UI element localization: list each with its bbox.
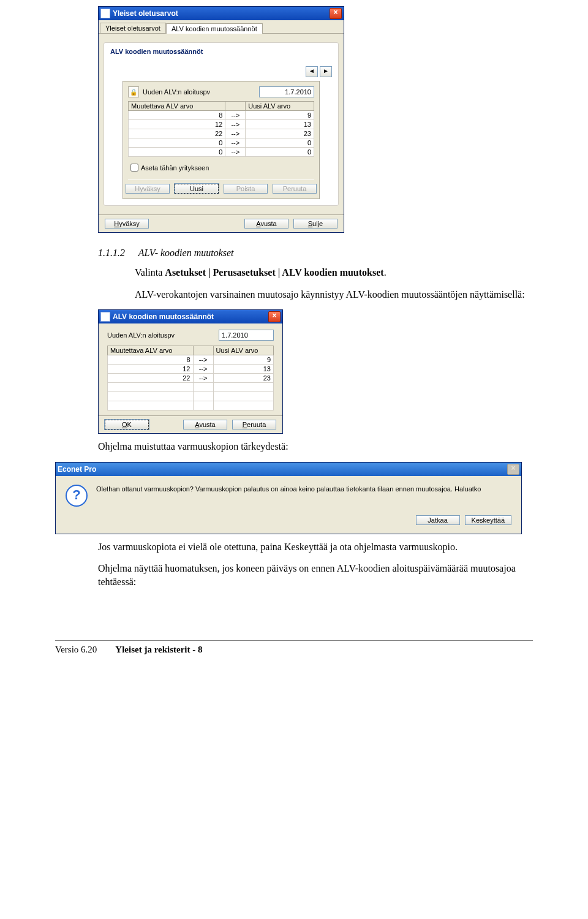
cancel-button[interactable]: Peruuta [232,420,276,429]
start-date-input[interactable] [219,330,274,341]
alv-table: Muutettava ALV arvo Uusi ALV arvo 8-->9 … [107,346,274,410]
page-footer: Versio 6.20 Yleiset ja rekisterit - 8 [55,640,533,655]
ok-button[interactable]: OK [105,420,149,429]
apply-to-company-label: Aseta tähän yritykseen [141,164,209,172]
footer-version: Versio 6.20 [55,645,97,655]
tab-alv-rules[interactable]: ALV koodien muutossäännöt [166,23,263,34]
window-title: Econet Pro [58,465,96,474]
delete-button[interactable]: Poista [224,184,268,194]
cancel-button[interactable]: Keskeyttää [465,515,511,525]
cancel-inner-button[interactable]: Peruuta [273,184,317,194]
body-line-5: Ohjelma näyttää huomatuksen, jos koneen … [98,562,533,588]
col-new: Uusi ALV arvo [213,346,274,355]
record-pager: ◄ ► [110,66,332,77]
start-date-label: Uuden ALV:n aloituspv [143,88,210,96]
alv-table: Muutettava ALV arvo Uusi ALV arvo 8-->9 … [128,101,314,157]
close-icon[interactable]: × [268,311,281,322]
close-icon[interactable]: × [330,8,342,19]
titlebar[interactable]: ALV koodien muutossäännöt × [99,310,282,323]
body-line-3: Ohjelma muistuttaa varmuuskopion tärkeyd… [98,440,533,453]
pager-prev-icon[interactable]: ◄ [306,66,318,77]
section-heading: 1.1.1.2 ALV- koodien muutokset [98,248,533,259]
table-row [108,383,274,392]
lock-icon: 🔒 [128,86,139,97]
message-text: Olethan ottanut varmuuskopion? Varmuusko… [96,485,481,494]
group-title: ALV koodien muutossäännöt [110,48,332,55]
dialog-footer: Hyväksy Avusta Sulje [99,214,344,232]
titlebar[interactable]: Yleiset oletusarvot × [99,7,344,20]
footer-page: Yleiset ja rekisterit - 8 [115,645,202,655]
defaults-dialog: Yleiset oletusarvot × Yleiset oletusarvo… [98,6,344,233]
titlebar[interactable]: Econet Pro × [56,463,521,476]
accept-inner-button[interactable]: Hyväksy [126,184,170,194]
close-icon: × [507,464,519,475]
start-date-input[interactable] [259,86,314,97]
body-line-1: Valinta Asetukset | Perusasetukset | ALV… [135,266,533,279]
tabs: Yleiset oletusarvot ALV koodien muutossä… [99,20,344,34]
col-old: Muutettava ALV arvo [129,102,225,111]
body-line-4: Jos varmuuskopiota ei vielä ole otettuna… [98,540,533,554]
table-row: 22-->23 [108,374,274,383]
new-button[interactable]: Uusi [175,184,219,194]
table-row: 0-->0 [129,148,314,157]
table-row: 12-->13 [108,365,274,374]
table-row [108,401,274,410]
body-line-2: ALV-verokantojen varsinainen muutosajo k… [135,288,533,301]
col-old: Muutettava ALV arvo [108,346,194,355]
alv-rules-group: ALV koodien muutossäännöt ◄ ► 🔒 Uuden AL… [104,42,339,206]
window-title: Yleiset oletusarvot [113,9,178,18]
help-button[interactable]: Avusta [244,219,288,229]
tab-defaults[interactable]: Yleiset oletusarvot [100,23,166,33]
table-row [108,392,274,401]
table-row: 0-->0 [129,138,314,148]
alv-rules-dialog: ALV koodien muutossäännöt × Uuden ALV:n … [98,309,283,434]
question-icon: ? [66,485,88,507]
window-icon [100,9,110,18]
start-date-label: Uuden ALV:n aloituspv [107,331,219,339]
col-new: Uusi ALV arvo [246,102,314,111]
rule-panel: 🔒 Uuden ALV:n aloituspv Muutettava ALV a… [123,81,320,199]
window-icon [100,312,110,322]
table-row: 8-->9 [108,355,274,365]
accept-button[interactable]: Hyväksy [105,219,149,229]
pager-next-icon[interactable]: ► [320,66,332,77]
table-row: 8-->9 [129,111,314,120]
confirm-dialog: Econet Pro × ? Olethan ottanut varmuusko… [55,462,522,534]
close-button[interactable]: Sulje [293,219,337,229]
continue-button[interactable]: Jatkaa [416,515,460,525]
table-row: 22-->23 [129,129,314,138]
table-row: 12-->13 [129,120,314,129]
window-title: ALV koodien muutossäännöt [113,312,214,321]
apply-to-company-checkbox[interactable] [130,164,138,172]
help-button[interactable]: Avusta [183,420,227,429]
